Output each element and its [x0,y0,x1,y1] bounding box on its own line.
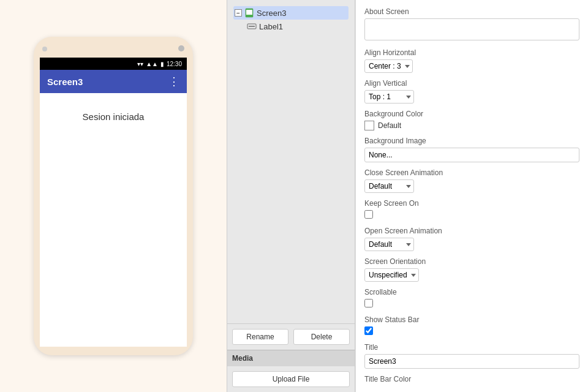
phone-content-label: Sesion iniciada [83,111,145,122]
phone-camera [178,45,184,51]
label-icon [247,21,257,31]
close-screen-animation-group: Close Screen Animation Default None Slid… [364,168,579,193]
screen-orientation-group: Screen Orientation Unspecified Portrait … [364,257,579,282]
open-screen-animation-group: Open Screen Animation Default None Slide… [364,227,579,251]
upload-area: Upload File [227,366,355,392]
phone-speaker [42,47,47,51]
title-bar-color-group: Title Bar Color [364,375,579,383]
battery-icon: ▮ [160,61,164,67]
align-vertical-select[interactable]: Top : 1 Center : 2 Bottom : 3 [364,90,414,104]
tree-collapse-toggle[interactable]: − [235,9,242,17]
tree-area: − Screen3 Label1 [227,0,355,323]
phone-screen-title: Screen3 [47,77,83,87]
phone-top-decorations [40,45,187,55]
keep-screen-on-checkbox[interactable] [364,210,373,219]
keep-screen-on-group: Keep Screen On [364,199,579,221]
open-screen-animation-select[interactable]: Default None SlideLeft SlideRight [364,238,414,251]
signal-icon: ▲▲ [146,61,158,67]
scrollable-group: Scrollable [364,288,579,309]
align-horizontal-select[interactable]: Center : 3 Left : 1 Right : 2 [364,59,413,73]
phone-status-bar: ▾▾ ▲▲ ▮ 12:30 [40,58,187,70]
media-section-label: Media [227,350,355,366]
phone-preview-panel: ▾▾ ▲▲ ▮ 12:30 Screen3 ⋮ Sesion iniciada [0,0,227,392]
close-screen-animation-select[interactable]: Default None SlideLeft SlideRight [364,179,414,193]
background-color-label: Background Color [364,110,579,118]
about-screen-label: About Screen [364,7,579,16]
color-swatch[interactable] [364,121,374,130]
keep-screen-on-label: Keep Screen On [364,199,579,208]
background-color-row: Default [364,121,579,130]
title-label: Title [364,343,579,352]
title-bar-color-label: Title Bar Color [364,375,579,383]
background-color-group: Background Color Default [364,110,579,130]
open-screen-animation-label: Open Screen Animation [364,227,579,235]
component-tree-panel: − Screen3 Label1 Rename [227,0,355,392]
screen-orientation-label: Screen Orientation [364,257,579,266]
background-image-label: Background Image [364,137,579,145]
tree-screen3-label: Screen3 [257,9,286,18]
tree-screen3-item[interactable]: − Screen3 [233,6,349,20]
phone-outer: ▾▾ ▲▲ ▮ 12:30 Screen3 ⋮ Sesion iniciada [34,37,193,355]
about-screen-input[interactable] [364,18,579,40]
background-color-value: Default [378,121,401,130]
show-status-bar-group: Show Status Bar [364,315,579,337]
time-display: 12:30 [167,61,182,67]
title-group: Title [364,343,579,369]
background-image-group: Background Image [364,137,579,162]
align-horizontal-group: Align Horizontal Center : 3 Left : 1 Rig… [364,48,579,73]
screen-icon [244,8,254,18]
background-image-input[interactable] [364,148,579,162]
menu-dots-icon: ⋮ [168,75,179,88]
align-vertical-group: Align Vertical Top : 1 Center : 2 Bottom… [364,79,579,104]
phone-title-bar: Screen3 ⋮ [40,70,187,93]
title-input[interactable] [364,354,579,369]
tree-children: Label1 [233,20,349,33]
properties-panel: About Screen Align Horizontal Center : 3… [355,0,588,392]
about-screen-group: About Screen [364,7,579,42]
rename-button[interactable]: Rename [232,329,288,345]
scrollable-label: Scrollable [364,288,579,296]
tree-label1-item[interactable]: Label1 [246,20,349,33]
show-status-bar-label: Show Status Bar [364,315,579,324]
close-screen-animation-label: Close Screen Animation [364,168,579,177]
wifi-icon: ▾▾ [137,61,143,67]
tree-action-buttons: Rename Delete [227,323,355,350]
tree-label1-label: Label1 [259,22,283,31]
align-horizontal-label: Align Horizontal [364,48,579,57]
show-status-bar-checkbox[interactable] [364,326,373,335]
screen-orientation-select[interactable]: Unspecified Portrait Landscape Sensor [364,268,419,282]
scrollable-checkbox[interactable] [364,299,373,307]
align-vertical-label: Align Vertical [364,79,579,88]
delete-button[interactable]: Delete [293,329,350,345]
upload-file-button[interactable]: Upload File [232,371,350,387]
phone-screen: ▾▾ ▲▲ ▮ 12:30 Screen3 ⋮ Sesion iniciada [40,58,187,347]
svg-rect-1 [246,10,252,15]
phone-content-area: Sesion iniciada [40,93,187,347]
